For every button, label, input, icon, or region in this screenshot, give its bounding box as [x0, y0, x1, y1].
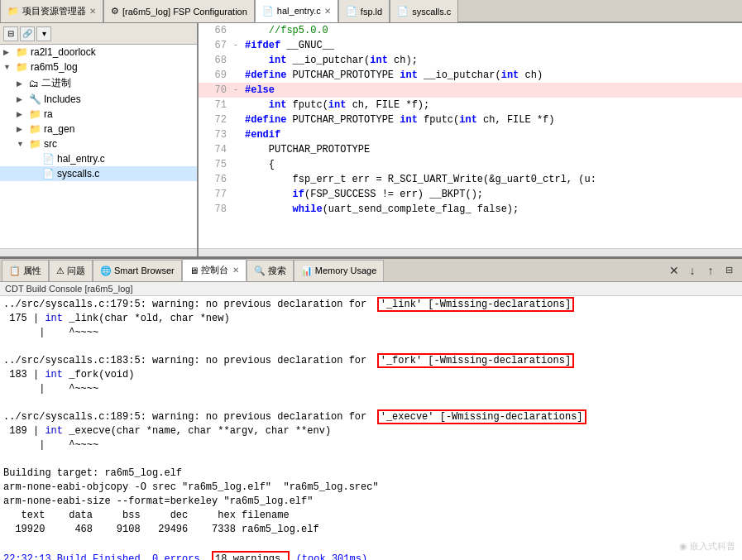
list-item[interactable]: ▶ 🔧 Includes	[0, 92, 197, 107]
line-marker: -	[233, 38, 245, 53]
code-line-76: 76 fsp_err_t err = R_SCI_UART_Write(&g_u…	[199, 172, 742, 187]
console-header: CDT Build Console [ra6m5_log]	[0, 282, 742, 296]
bottom-tab-bar: 📋 属性 ⚠ 问题 🌐 Smart Browser 🖥 控制台 ✕ 🔍 搜索 📊…	[0, 259, 742, 282]
line-number: 69	[202, 68, 227, 83]
tab-memory-label: Memory Usage	[315, 266, 377, 275]
code-text: fsp_err_t err = R_SCI_UART_Write(&g_uart…	[245, 172, 596, 187]
list-item[interactable]: ▶ 📁 ra_gen	[0, 122, 197, 136]
console-line: | ^~~~~	[3, 382, 739, 396]
bottom-toolbar-right: ✕ ↓ ↑ ⊟	[666, 262, 740, 279]
tab-syscalls[interactable]: 📄 syscalls.c	[390, 0, 458, 22]
tab-console-label: 控制台	[201, 264, 228, 276]
tab-console[interactable]: 🖥 控制台 ✕	[182, 259, 247, 281]
tab-console-close[interactable]: ✕	[232, 266, 239, 275]
line-number: 76	[202, 172, 227, 187]
list-item[interactable]: ▼ 📁 ra6m5_log	[0, 60, 197, 74]
console-line: 19920 468 9108 29496 7338 ra6m5_log.elf	[3, 523, 739, 537]
tab-search-label: 搜索	[268, 265, 286, 277]
build-finished-line: 22:32:13 Build Finished. 0 errors, 18 wa…	[3, 551, 739, 560]
right-panel: 66 //fsp5.0.0 67 - #ifdef __GNUC__ 68 in…	[199, 23, 742, 256]
line-marker	[233, 98, 245, 112]
line-marker	[233, 23, 245, 38]
list-item[interactable]: 📄 hal_entry.c	[0, 151, 197, 166]
line-number: 72	[202, 112, 227, 127]
scroll-down-button[interactable]: ↓	[684, 262, 701, 279]
includes-icon: 🔧	[29, 93, 41, 105]
line-marker	[233, 202, 245, 217]
folder-icon: 📁	[16, 46, 28, 58]
tab-explorer-label: 项目资源管理器	[22, 5, 86, 17]
tree-area: ▶ 📁 ra2l1_doorlock ▼ 📁 ra6m5_log ▶ 🗂 二进制…	[0, 45, 197, 248]
code-text: int fputc(int ch, FILE *f);	[245, 98, 429, 112]
list-item-label: ra	[44, 108, 53, 120]
console-line: | ^~~~~	[3, 438, 739, 452]
tab-hal-label: hal_entry.c	[277, 6, 321, 16]
code-area[interactable]: 66 //fsp5.0.0 67 - #ifdef __GNUC__ 68 in…	[199, 23, 742, 248]
tab-problems-label: 问题	[67, 265, 85, 277]
bottom-panel: 📋 属性 ⚠ 问题 🌐 Smart Browser 🖥 控制台 ✕ 🔍 搜索 📊…	[0, 259, 742, 560]
syscalls-icon: 📄	[397, 6, 409, 17]
expand-icon: ▼	[17, 140, 26, 148]
link-with-editor-button[interactable]: 🔗	[20, 26, 35, 41]
tab-search[interactable]: 🔍 搜索	[247, 260, 294, 281]
memory-icon: 📊	[301, 266, 313, 276]
hal-icon: 📄	[262, 6, 274, 17]
console-line: 175 | int _link(char *old, char *new)	[3, 312, 739, 326]
expand-icon: ▶	[17, 79, 26, 88]
watermark-text: ◉ 嵌入式科普	[679, 541, 735, 551]
tab-properties[interactable]: 📋 属性	[2, 260, 49, 281]
editor-hscroll[interactable]	[199, 248, 742, 256]
line-marker	[233, 157, 245, 172]
code-line-72: 72 #define PUTCHAR_PROTOTYPE int fputc(i…	[199, 112, 742, 127]
list-item[interactable]: ▶ 🗂 二进制	[0, 74, 197, 92]
list-item[interactable]: 📄 syscalls.c	[0, 166, 197, 181]
console-line: 183 | int _fork(void)	[3, 368, 739, 382]
code-line-70: 70 - #else	[199, 83, 742, 98]
console-content[interactable]: ../src/syscalls.c:179:5: warning: no pre…	[0, 296, 742, 560]
filter-button[interactable]: ▾	[36, 26, 51, 41]
collapse-all-button[interactable]: ⊟	[3, 26, 18, 41]
tab-syscalls-label: syscalls.c	[412, 7, 451, 17]
list-item[interactable]: ▶ 📁 ra2l1_doorlock	[0, 45, 197, 60]
tab-explorer[interactable]: 📁 项目资源管理器 ✕	[0, 0, 103, 22]
tab-hal-entry[interactable]: 📄 hal_entry.c ✕	[255, 0, 338, 22]
code-line-71: 71 int fputc(int ch, FILE *f);	[199, 98, 742, 112]
console-line: ../src/syscalls.c:179:5: warning: no pre…	[3, 298, 739, 312]
list-item-label: Includes	[44, 93, 81, 105]
list-item[interactable]: ▼ 📁 src	[0, 136, 197, 151]
special-folder-icon: 🗂	[29, 78, 39, 89]
clear-console-button[interactable]: ✕	[666, 262, 682, 279]
search-icon: 🔍	[254, 266, 266, 276]
code-line-77: 77 if(FSP_SUCCESS != err) __BKPT();	[199, 187, 742, 202]
console-line	[3, 537, 739, 551]
tab-fsp-config[interactable]: ⚙ [ra6m5_log] FSP Configuration	[103, 0, 255, 22]
explorer-scrollbar[interactable]	[0, 248, 197, 256]
tab-properties-label: 属性	[23, 265, 41, 277]
code-line-75: 75 {	[199, 157, 742, 172]
pin-button[interactable]: ⊟	[720, 262, 737, 279]
tab-fsp-ld[interactable]: 📄 fsp.ld	[338, 0, 390, 22]
expand-icon: ▶	[17, 95, 26, 103]
tab-smart-browser[interactable]: 🌐 Smart Browser	[93, 260, 182, 281]
code-text: while(uart_send_complete_flag_ false);	[245, 202, 519, 217]
list-item-label: ra2l1_doorlock	[31, 46, 96, 58]
line-marker	[233, 187, 245, 202]
list-item[interactable]: ▶ 📁 ra	[0, 107, 197, 122]
list-item-label: syscalls.c	[57, 168, 99, 179]
console-line: arm-none-eabi-objcopy -O srec "ra6m5_log…	[3, 481, 739, 495]
tab-explorer-close[interactable]: ✕	[89, 7, 96, 16]
list-item-label: ra6m5_log	[31, 61, 78, 73]
code-text: #define PUTCHAR_PROTOTYPE int fputc(int …	[245, 112, 555, 127]
fspld-icon: 📄	[346, 6, 357, 17]
code-text: if(FSP_SUCCESS != err) __BKPT();	[245, 187, 483, 202]
line-marker: -	[233, 83, 245, 98]
main-area: ⊟ 🔗 ▾ ▶ 📁 ra2l1_doorlock ▼ 📁 ra6m5_log ▶…	[0, 23, 742, 259]
code-text: #ifdef __GNUC__	[245, 38, 334, 53]
tab-problems[interactable]: ⚠ 问题	[49, 260, 93, 281]
code-line-68: 68 int __io_putchar(int ch);	[199, 53, 742, 68]
line-marker	[233, 112, 245, 127]
tab-memory-usage[interactable]: 📊 Memory Usage	[294, 260, 385, 281]
code-line-69: 69 #define PUTCHAR_PROTOTYPE int __io_pu…	[199, 68, 742, 83]
tab-hal-close[interactable]: ✕	[324, 7, 331, 16]
scroll-up-button[interactable]: ↑	[702, 262, 719, 279]
